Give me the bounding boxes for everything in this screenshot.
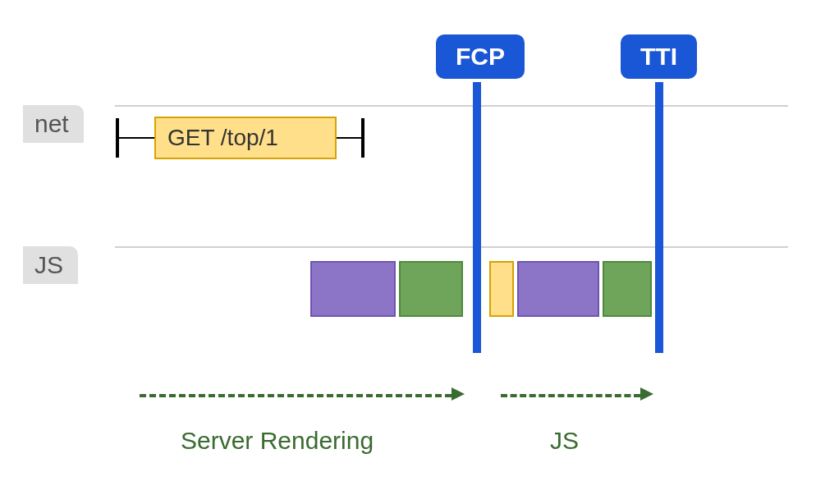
fcp-line (473, 82, 481, 353)
tti-line (655, 82, 663, 353)
js-block-purple-2 (517, 261, 599, 317)
js-block-purple-1 (310, 261, 396, 317)
js-track-line (115, 246, 788, 248)
js-row-text: JS (34, 251, 63, 278)
net-row-label: net (23, 105, 84, 143)
js-phase-arrow (501, 394, 640, 397)
fcp-text: FCP (456, 43, 505, 70)
server-rendering-arrow-head (452, 387, 465, 401)
js-block-green-2 (603, 261, 652, 317)
net-row-text: net (34, 110, 69, 137)
js-block-green-1 (399, 261, 463, 317)
net-whisker-end-cap (361, 118, 364, 158)
js-phase-arrow-head (640, 387, 653, 401)
diagram-stage: net GET /top/1 JS FCP TTI Server Renderi… (0, 0, 816, 504)
js-phase-label: JS (550, 427, 579, 455)
net-request-text: GET /top/1 (167, 125, 278, 151)
net-track-line (115, 105, 788, 107)
tti-badge: TTI (621, 34, 697, 79)
server-rendering-arrow (140, 394, 452, 397)
tti-text: TTI (640, 43, 677, 70)
js-block-yellow (489, 261, 514, 317)
server-rendering-label: Server Rendering (181, 427, 374, 455)
js-row-label: JS (23, 246, 78, 284)
fcp-badge: FCP (436, 34, 525, 79)
net-request-box: GET /top/1 (154, 117, 337, 159)
